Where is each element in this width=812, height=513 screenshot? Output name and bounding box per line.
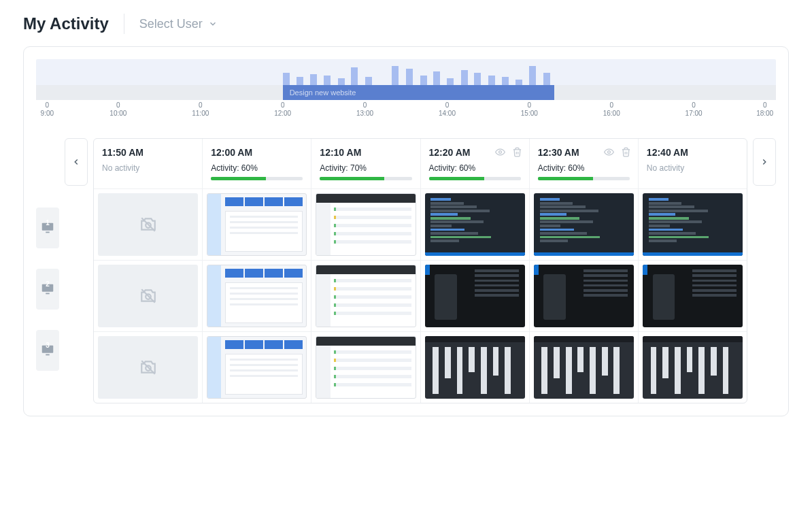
monitor-badge: 1 [36, 208, 59, 248]
timeline-bar [310, 74, 317, 85]
timeline-bar [461, 70, 468, 85]
time-slot-header: 12:40 AMNo activity [638, 139, 747, 188]
activity-label: Activity: 60% [211, 163, 303, 173]
activity-progress [320, 177, 411, 180]
trash-icon[interactable] [621, 147, 631, 157]
screenshot-empty [98, 193, 198, 256]
timeline-tick: 012:00 [274, 101, 291, 117]
thumbnail-cell [529, 189, 638, 260]
monitor-label-column: 1 2 3 [36, 138, 59, 371]
thumbnail-cell [94, 261, 202, 331]
activity-progress-fill [211, 177, 266, 180]
screenshot-thumbnail[interactable] [207, 336, 307, 399]
thumbnail-cell [420, 261, 529, 331]
thumbnail-cell [94, 189, 202, 260]
time-slot-header: 12:20 AM Activity: 60% [420, 139, 529, 188]
timeline-bar [365, 77, 372, 85]
screenshot-thumbnail[interactable] [425, 265, 525, 327]
select-user-dropdown[interactable]: Select User [139, 17, 218, 31]
grid-header-row: 11:50 AMNo activity12:00 AMActivity: 60%… [94, 139, 747, 188]
timeline-tick: 017:00 [686, 101, 703, 117]
grid-screenshot-row [94, 260, 747, 331]
page-title: My Activity [23, 14, 109, 33]
activity-panel: Design new website 09:00010:00011:00012:… [23, 46, 789, 416]
no-activity-label: No activity [102, 163, 194, 173]
timeline-tick: 010:00 [109, 101, 126, 117]
svg-point-7 [607, 151, 610, 154]
timeline-bar [392, 66, 399, 85]
timeline-bar [406, 69, 413, 85]
monitor-badge: 3 [36, 330, 59, 371]
monitor-badge: 2 [36, 269, 59, 310]
thumbnail-cell [202, 261, 311, 331]
chevron-right-icon [760, 157, 769, 167]
thumbnail-cell [311, 261, 420, 331]
timeline-bar [474, 73, 481, 85]
timeline-tick: 015:00 [521, 101, 538, 117]
thumbnail-cell [420, 189, 529, 260]
prev-button[interactable] [65, 138, 88, 186]
grid-screenshot-row [94, 331, 747, 403]
next-button[interactable] [753, 138, 776, 186]
screenshot-thumbnail[interactable] [534, 265, 634, 327]
screenshot-thumbnail[interactable] [316, 265, 416, 327]
activity-label: Activity: 60% [538, 163, 630, 173]
camera-off-icon [139, 359, 157, 376]
timeline-bar [502, 77, 509, 85]
screenshot-thumbnail[interactable] [643, 265, 743, 327]
svg-rect-5 [46, 354, 50, 356]
screenshot-thumbnail[interactable] [316, 336, 416, 399]
timeline-bar [351, 67, 358, 85]
screenshot-thumbnail[interactable] [425, 336, 525, 399]
grid-screenshot-row [94, 188, 747, 260]
activity-progress [211, 177, 303, 180]
svg-rect-3 [46, 293, 50, 295]
activity-progress-fill [538, 177, 593, 180]
timeline-bar [543, 73, 550, 85]
camera-off-icon [139, 287, 157, 305]
screenshot-thumbnail[interactable] [534, 336, 634, 399]
timeline-bar [338, 78, 345, 85]
screenshot-thumbnail[interactable] [643, 193, 743, 256]
camera-off-icon [139, 216, 157, 233]
trash-icon[interactable] [512, 147, 522, 157]
monitor-number: 2 [46, 280, 50, 288]
thumbnail-cell [311, 332, 420, 403]
activity-progress [538, 177, 630, 180]
svg-point-6 [498, 151, 501, 154]
timeline-tick: 016:00 [603, 101, 620, 117]
slot-time: 11:50 AM [102, 147, 194, 158]
timeline-task-strip: Design new website [36, 85, 776, 100]
screenshot-thumbnail[interactable] [207, 193, 307, 256]
time-slot-header: 12:10 AMActivity: 70% [311, 139, 420, 188]
thumbnail-cell [94, 332, 202, 403]
header-divider [124, 14, 124, 34]
eye-icon[interactable] [604, 147, 614, 157]
timeline: Design new website 09:00010:00011:00012:… [36, 59, 776, 122]
timeline-tick: 013:00 [356, 101, 373, 117]
page-header: My Activity Select User [23, 14, 789, 34]
task-label: Design new website [290, 88, 356, 97]
timeline-bar [447, 78, 454, 85]
screenshot-thumbnail[interactable] [534, 193, 634, 256]
timeline-bar [297, 77, 303, 85]
timeline-bar [488, 76, 495, 85]
timeline-bar [515, 80, 522, 85]
time-slot-header: 12:30 AM Activity: 60% [529, 139, 638, 188]
eye-icon[interactable] [495, 147, 505, 157]
timeline-bar [324, 76, 331, 85]
activity-label: Activity: 60% [429, 163, 521, 173]
screenshot-thumbnail[interactable] [207, 265, 307, 327]
thumbnail-cell [638, 189, 747, 260]
screenshot-thumbnail[interactable] [316, 193, 416, 256]
monitor-number: 3 [46, 342, 50, 349]
screenshot-empty [98, 265, 198, 327]
chevron-left-icon [71, 157, 81, 167]
thumbnail-cell [638, 332, 747, 403]
screenshot-thumbnail[interactable] [643, 336, 743, 399]
timeline-tick: 011:00 [192, 101, 209, 117]
timeline-task-block[interactable]: Design new website [283, 85, 554, 100]
screenshot-grid: 11:50 AMNo activity12:00 AMActivity: 60%… [93, 138, 747, 403]
slot-time: 12:40 AM [647, 147, 739, 158]
screenshot-thumbnail[interactable] [425, 193, 525, 256]
